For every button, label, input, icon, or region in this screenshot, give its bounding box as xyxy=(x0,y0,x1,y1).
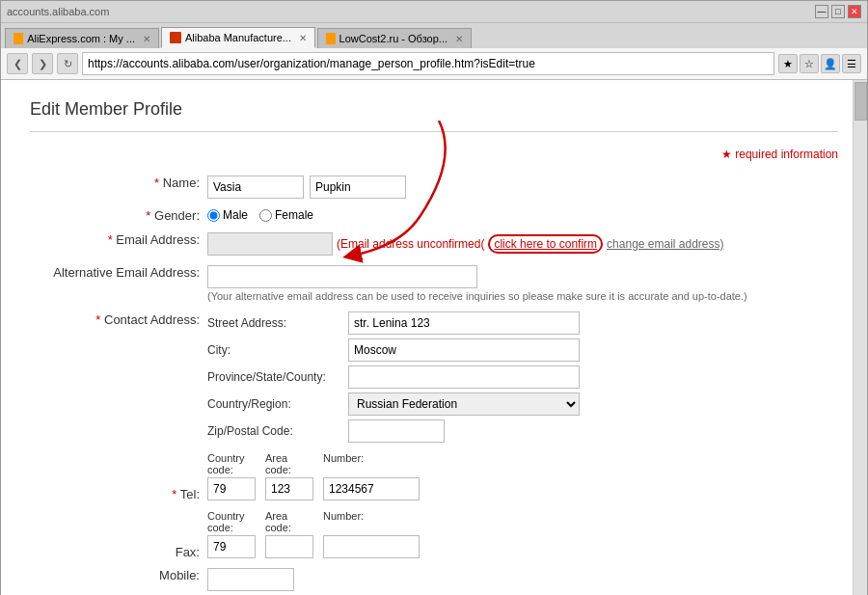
tabs-bar: AliExpress.com : My ... ✕ Alibaba Manufa… xyxy=(1,23,867,48)
country-select[interactable]: Russian Federation United States China xyxy=(348,392,580,416)
tel-row: Tel: Country code: Area code: Number: xyxy=(30,447,838,505)
alt-email-value-cell: (Your alternative email address can be u… xyxy=(203,260,838,307)
user-icon[interactable]: 👤 xyxy=(821,54,840,73)
tab-favicon-aliexpress xyxy=(14,33,23,44)
name-fields xyxy=(207,176,834,199)
fax-country-input[interactable] xyxy=(207,535,256,558)
city-label: City: xyxy=(207,343,342,357)
tab-label-alibaba: Alibaba Manufacture... xyxy=(185,32,291,43)
fax-country-header: Country code: xyxy=(207,510,256,533)
tab-close-aliexpress[interactable]: ✕ xyxy=(143,34,150,44)
gender-label-cell: Gender: xyxy=(30,203,203,228)
tel-label-cell: Tel: xyxy=(30,447,203,505)
tel-country-header: Country code: xyxy=(207,452,256,475)
tab-alibaba[interactable]: Alibaba Manufacture... ✕ xyxy=(161,27,315,48)
tab-close-lowcost[interactable]: ✕ xyxy=(455,34,463,44)
gender-female-option[interactable]: Female xyxy=(259,208,313,222)
bookmark-icon[interactable]: ★ xyxy=(778,54,798,73)
fax-value-cell: Country code: Area code: Number: xyxy=(203,505,838,563)
alt-email-input[interactable] xyxy=(207,265,477,288)
fax-label-cell: Fax: xyxy=(30,505,203,563)
form-table: Name: Gender: xyxy=(30,171,838,595)
fax-headers: Country code: Area code: Number: xyxy=(207,510,834,533)
last-name-input[interactable] xyxy=(310,176,406,199)
page-wrapper: Edit Member Profile ★ required informati… xyxy=(1,80,867,595)
tel-area-header: Area code: xyxy=(265,452,313,475)
gender-male-radio[interactable] xyxy=(207,209,220,222)
city-input[interactable] xyxy=(348,338,580,362)
toolbar-icons: ★ ☆ 👤 ☰ xyxy=(778,54,861,73)
name-label: Name: xyxy=(154,176,200,190)
mobile-input[interactable] xyxy=(207,568,294,591)
zip-label: Zip/Postal Code: xyxy=(207,424,342,438)
address-input[interactable] xyxy=(82,52,774,75)
email-unconfirmed-text: (Email address unconfirmed( xyxy=(337,237,484,251)
tel-number-input[interactable] xyxy=(323,477,420,500)
province-input[interactable] xyxy=(348,365,580,389)
divider xyxy=(30,131,838,132)
address-bar-row: ❮ ❯ ↻ ★ ☆ 👤 ☰ xyxy=(1,48,867,80)
tab-lowcost[interactable]: LowCost2.ru - Обзор... ✕ xyxy=(317,28,472,48)
email-row: Email Address: (Email address unconfirme… xyxy=(30,228,838,260)
tel-country-input[interactable] xyxy=(207,477,256,500)
country-label: Country/Region: xyxy=(207,397,342,411)
tel-inputs xyxy=(207,477,834,500)
country-row: Country/Region: Russian Federation Unite… xyxy=(207,392,834,416)
tab-favicon-alibaba xyxy=(170,32,181,43)
alt-email-label: Alternative Email Address: xyxy=(53,265,200,280)
tab-close-alibaba[interactable]: ✕ xyxy=(299,33,307,43)
scrollbar-thumb[interactable] xyxy=(854,82,867,121)
tab-aliexpress[interactable]: AliExpress.com : My ... ✕ xyxy=(5,28,159,48)
reload-button[interactable]: ↻ xyxy=(57,53,78,74)
tel-area-input[interactable] xyxy=(265,477,313,500)
fax-inputs xyxy=(207,535,834,558)
maximize-button[interactable]: □ xyxy=(831,5,845,18)
fax-number-header: Number: xyxy=(323,510,420,533)
email-confirm-link[interactable]: click here to confirm xyxy=(488,234,603,254)
email-masked-value xyxy=(207,232,333,256)
gender-label: Gender: xyxy=(146,208,200,223)
tab-label-lowcost: LowCost2.ru - Обзор... xyxy=(339,33,448,44)
gender-row: Gender: Male Female xyxy=(30,203,838,228)
province-row: Province/State/County: xyxy=(207,365,834,389)
zip-input[interactable] xyxy=(348,419,445,443)
required-info: ★ required information xyxy=(30,148,838,161)
first-name-input[interactable] xyxy=(207,176,304,199)
contact-label: Contact Address: xyxy=(95,312,200,327)
tel-number-header: Number: xyxy=(323,452,420,475)
tab-label-aliexpress: AliExpress.com : My ... xyxy=(27,33,135,44)
street-input[interactable] xyxy=(348,311,580,335)
alt-email-note: (Your alternative email address can be u… xyxy=(207,288,834,302)
name-label-cell: Name: xyxy=(30,171,203,203)
forward-button[interactable]: ❯ xyxy=(32,53,53,74)
close-button[interactable]: ✕ xyxy=(848,5,861,18)
back-button[interactable]: ❮ xyxy=(7,53,28,74)
zip-row: Zip/Postal Code: xyxy=(207,419,834,443)
gender-female-radio[interactable] xyxy=(259,209,272,222)
minimize-button[interactable]: — xyxy=(815,5,828,18)
scrollbar[interactable] xyxy=(853,80,867,595)
fax-number-input[interactable] xyxy=(323,535,420,558)
required-star: ★ xyxy=(721,148,732,161)
gender-radio-group: Male Female xyxy=(207,208,834,222)
gender-female-label: Female xyxy=(275,208,313,222)
tel-label: Tel: xyxy=(172,487,200,501)
email-label: Email Address: xyxy=(108,232,200,247)
contact-value-cell: Street Address: City: Province/State/Cou… xyxy=(203,307,838,447)
name-value-cell xyxy=(203,171,838,203)
star-icon[interactable]: ☆ xyxy=(800,54,819,73)
email-change-link[interactable]: change email address) xyxy=(607,237,723,251)
tab-favicon-lowcost xyxy=(326,33,336,44)
province-label: Province/State/County: xyxy=(207,370,342,384)
gender-male-option[interactable]: Male xyxy=(207,208,248,222)
menu-icon[interactable]: ☰ xyxy=(842,54,861,73)
required-info-text: required information xyxy=(735,148,838,161)
email-value-cell: (Email address unconfirmed( click here t… xyxy=(203,228,838,260)
contact-label-cell: Contact Address: xyxy=(30,307,203,447)
contact-address-row: Contact Address: Street Address: City: xyxy=(30,307,838,447)
fax-area-input[interactable] xyxy=(265,535,313,558)
browser-window: accounts.alibaba.com — □ ✕ AliExpress.co… xyxy=(0,0,868,595)
tel-container: Country code: Area code: Number: xyxy=(207,452,834,500)
page-title: Edit Member Profile xyxy=(30,99,838,120)
fax-area-header: Area code: xyxy=(265,510,313,533)
